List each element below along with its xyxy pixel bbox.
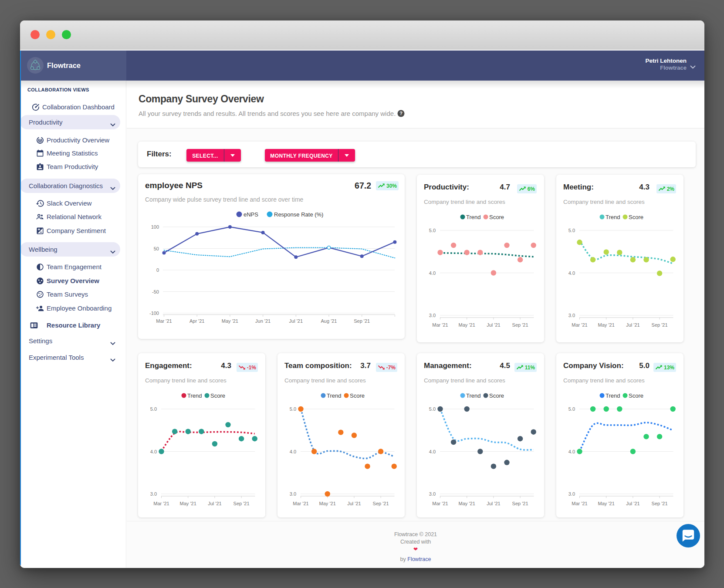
svg-text:Jul '21: Jul '21 xyxy=(347,501,361,506)
svg-text:Score: Score xyxy=(210,392,225,399)
svg-text:May '21: May '21 xyxy=(319,501,336,506)
svg-text:Score: Score xyxy=(350,392,365,399)
svg-text:Mar '21: Mar '21 xyxy=(293,501,308,506)
svg-text:May '21: May '21 xyxy=(598,501,615,506)
svg-text:Jul '21: Jul '21 xyxy=(487,322,500,328)
svg-text:5.0: 5.0 xyxy=(568,228,575,233)
svg-text:Jul '21: Jul '21 xyxy=(487,501,500,506)
svg-text:4.0: 4.0 xyxy=(429,449,436,454)
svg-text:-50: -50 xyxy=(152,289,159,294)
svg-text:Mar '21: Mar '21 xyxy=(572,501,587,506)
svg-text:Trend: Trend xyxy=(187,392,202,399)
svg-text:Mar '21: Mar '21 xyxy=(153,501,169,506)
svg-text:5.0: 5.0 xyxy=(290,406,296,412)
svg-text:5.0: 5.0 xyxy=(150,406,157,412)
svg-text:4.0: 4.0 xyxy=(568,270,575,276)
svg-text:May '21: May '21 xyxy=(459,322,475,328)
svg-text:Sep '21: Sep '21 xyxy=(233,501,250,506)
svg-text:May '21: May '21 xyxy=(222,318,238,324)
svg-text:?: ? xyxy=(400,111,403,116)
svg-text:4.0: 4.0 xyxy=(429,270,436,276)
svg-text:Sep '21: Sep '21 xyxy=(512,322,528,328)
svg-text:3.0: 3.0 xyxy=(290,491,296,497)
svg-text:Trend: Trend xyxy=(327,392,341,399)
svg-text:3.0: 3.0 xyxy=(568,313,575,318)
svg-text:Jul '21: Jul '21 xyxy=(289,318,303,324)
svg-text:Mar '21: Mar '21 xyxy=(572,322,587,328)
svg-text:Sep '21: Sep '21 xyxy=(652,322,668,328)
svg-text:Trend: Trend xyxy=(606,214,620,220)
svg-text:Sep '21: Sep '21 xyxy=(354,318,370,324)
svg-text:Jun '21: Jun '21 xyxy=(255,318,271,324)
svg-text:50: 50 xyxy=(154,246,159,251)
svg-text:Apr '21: Apr '21 xyxy=(189,318,205,324)
svg-text:Trend: Trend xyxy=(466,214,480,220)
svg-text:Trend: Trend xyxy=(466,392,480,399)
svg-text:Score: Score xyxy=(629,392,643,399)
svg-text:100: 100 xyxy=(151,224,159,230)
svg-text:Mar '21: Mar '21 xyxy=(156,318,172,324)
svg-text:4.0: 4.0 xyxy=(568,449,575,454)
svg-text:Response Rate (%): Response Rate (%) xyxy=(274,211,323,218)
svg-text:Score: Score xyxy=(629,214,643,220)
svg-text:Jul '21: Jul '21 xyxy=(626,501,639,506)
svg-text:Aug '21: Aug '21 xyxy=(321,318,337,324)
svg-text:3.0: 3.0 xyxy=(429,491,436,497)
svg-text:5.0: 5.0 xyxy=(568,406,575,412)
svg-text:Sep '21: Sep '21 xyxy=(512,501,528,506)
svg-text:Sep '21: Sep '21 xyxy=(373,501,389,506)
svg-text:3.0: 3.0 xyxy=(150,491,157,497)
svg-text:Sep '21: Sep '21 xyxy=(652,501,668,506)
svg-text:-100: -100 xyxy=(149,311,159,316)
svg-text:5.0: 5.0 xyxy=(429,228,436,233)
svg-text:Score: Score xyxy=(489,214,504,220)
svg-text:May '21: May '21 xyxy=(180,501,196,506)
svg-text:4.0: 4.0 xyxy=(150,449,157,454)
svg-text:Trend: Trend xyxy=(606,392,620,399)
svg-text:Mar '21: Mar '21 xyxy=(432,322,448,328)
svg-text:Score: Score xyxy=(489,392,504,399)
svg-text:3.0: 3.0 xyxy=(429,313,436,318)
svg-text:0: 0 xyxy=(156,267,159,273)
svg-text:Jul '21: Jul '21 xyxy=(626,322,639,328)
svg-text:5.0: 5.0 xyxy=(429,406,436,412)
svg-text:May '21: May '21 xyxy=(598,322,615,328)
svg-text:3.0: 3.0 xyxy=(568,491,575,497)
svg-text:4.0: 4.0 xyxy=(290,449,296,454)
svg-text:Jul '21: Jul '21 xyxy=(208,501,221,506)
svg-text:eNPS: eNPS xyxy=(244,211,258,218)
svg-text:Mar '21: Mar '21 xyxy=(432,501,448,506)
svg-text:May '21: May '21 xyxy=(459,501,475,506)
